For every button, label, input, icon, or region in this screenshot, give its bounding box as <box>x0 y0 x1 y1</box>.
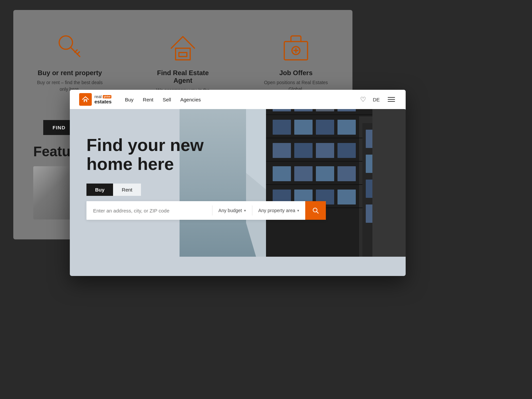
navbar: real global estates Buy Rent Sell Agenci… <box>70 90 406 109</box>
search-tabs: Buy Rent <box>86 184 326 196</box>
area-chevron: ▾ <box>297 208 299 213</box>
budget-label: Any budget <box>218 208 242 213</box>
area-dropdown[interactable]: Any property area ▾ <box>252 201 305 220</box>
favorites-icon[interactable]: ♡ <box>360 95 366 103</box>
nav-sell[interactable]: Sell <box>163 97 171 102</box>
hamburger-menu[interactable] <box>386 96 396 103</box>
language-selector[interactable]: DE <box>373 97 380 102</box>
hero-title: Find your new home here <box>86 136 326 174</box>
nav-agencies[interactable]: Agencies <box>180 97 201 102</box>
logo-text: real global estates <box>94 94 112 105</box>
nav-links: Buy Rent Sell Agencies <box>125 97 349 102</box>
foreground-card: real global estates Buy Rent Sell Agenci… <box>70 90 406 276</box>
area-label: Any property area <box>258 208 295 213</box>
house-logo-svg <box>82 96 89 103</box>
hamburger-line-2 <box>388 99 395 100</box>
svg-line-53 <box>317 212 318 213</box>
tab-rent[interactable]: Rent <box>113 184 141 196</box>
search-button[interactable] <box>305 201 326 220</box>
budget-chevron: ▾ <box>244 208 246 213</box>
hero-title-line2: home here <box>86 154 174 174</box>
bg-agent-title: Find Real Estate Agent <box>150 69 216 84</box>
logo-real-text: real <box>94 94 102 99</box>
logo-real: real global <box>94 94 112 99</box>
search-input[interactable] <box>86 201 212 220</box>
key-icon <box>53 30 86 63</box>
hero-section: Find your new home here Buy Rent Any bud… <box>70 109 406 276</box>
logo-global-badge: global <box>103 95 112 98</box>
svg-line-2 <box>75 50 77 52</box>
hamburger-line-3 <box>388 101 395 102</box>
nav-right: ♡ DE <box>360 95 396 103</box>
budget-dropdown[interactable]: Any budget ▾ <box>212 201 252 220</box>
hero-title-line1: Find your new <box>86 135 203 155</box>
svg-line-3 <box>77 52 79 54</box>
search-bar: Any budget ▾ Any property area ▾ <box>86 201 326 220</box>
nav-buy[interactable]: Buy <box>125 97 134 102</box>
briefcase-icon <box>279 30 313 63</box>
nav-rent[interactable]: Rent <box>143 97 154 102</box>
hero-text: Find your new home here Buy Rent Any bud… <box>86 136 326 220</box>
svg-rect-5 <box>179 53 187 57</box>
svg-rect-51 <box>85 100 86 102</box>
bg-jobs-title: Job Offers <box>279 69 313 77</box>
house-icon <box>166 30 200 63</box>
logo-house-icon <box>79 93 92 106</box>
bg-buy-rent-title: Buy or rent property <box>38 69 102 77</box>
svg-rect-4 <box>176 48 190 60</box>
tab-buy[interactable]: Buy <box>86 184 113 196</box>
logo: real global estates <box>79 93 112 106</box>
hamburger-line-1 <box>388 97 395 98</box>
search-icon <box>312 207 319 214</box>
logo-estates-text: estates <box>94 99 112 105</box>
